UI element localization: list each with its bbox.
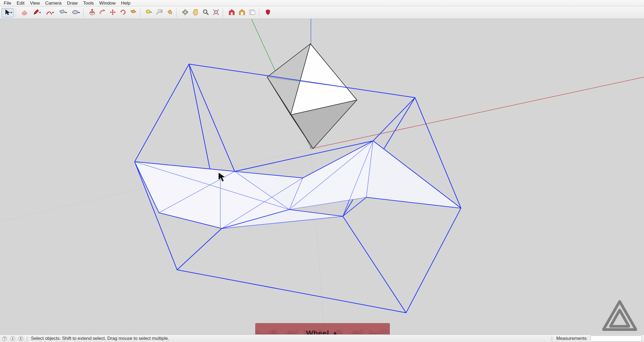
svg-point-0 [72, 10, 78, 14]
move-tool[interactable] [108, 8, 117, 17]
menu-bar: File Edit View Camera Draw Tools Window … [0, 0, 644, 6]
orbit-icon [182, 9, 189, 17]
extension-tool[interactable] [237, 8, 247, 17]
toolbar-sep [223, 8, 225, 17]
rotate-icon [119, 9, 127, 17]
toolbar-sep [83, 8, 85, 17]
offset-icon [130, 9, 137, 17]
model-canvas[interactable] [0, 19, 644, 334]
ruby-icon [264, 9, 271, 17]
circle-tool[interactable] [69, 8, 81, 17]
svg-point-4 [182, 11, 188, 13]
menu-window[interactable]: Window [97, 0, 118, 6]
eraser-icon [21, 9, 28, 17]
svg-text:A1: A1 [159, 9, 162, 12]
pushpull-icon [89, 9, 96, 17]
pencil-icon [33, 9, 40, 17]
rect-tool[interactable] [56, 8, 68, 17]
eraser-tool[interactable] [20, 8, 29, 17]
zoom-icon [202, 9, 209, 17]
viewport[interactable]: Wheel ▲ www.designerhacks.com [0, 19, 644, 334]
status-hint: Select objects. Shift to extend select. … [31, 336, 169, 341]
svg-rect-8 [231, 12, 233, 15]
zoomextents-icon [213, 9, 220, 17]
svg-rect-11 [251, 11, 255, 14]
offset-tool[interactable] [129, 8, 138, 17]
toolbar-sep [140, 8, 142, 17]
cursor-icon [4, 9, 11, 17]
svg-point-5 [184, 9, 187, 15]
warehouse-tool[interactable] [227, 8, 236, 17]
user-icon[interactable] [18, 336, 23, 341]
toolbar-sep [16, 8, 18, 17]
select-tool[interactable] [2, 8, 14, 17]
svg-rect-9 [241, 12, 243, 15]
layout-icon [249, 9, 256, 17]
measurements-label: Measurements [556, 336, 587, 341]
toolbar: A1 [0, 6, 644, 19]
text-icon: A1 [156, 9, 163, 17]
status-bar: ? i | Select objects. Shift to extend se… [0, 334, 644, 342]
rotate-tool[interactable] [118, 8, 128, 17]
ruby-tool[interactable] [263, 8, 273, 17]
watermark-logo [601, 299, 639, 332]
svg-point-7 [215, 11, 218, 14]
svg-point-1 [146, 10, 150, 13]
status-sep: | [551, 336, 552, 341]
menu-camera[interactable]: Camera [42, 0, 64, 6]
menu-tools[interactable]: Tools [80, 0, 97, 6]
tape-tool[interactable] [144, 8, 154, 17]
arc-tool[interactable] [43, 8, 55, 17]
toolbar-sep [259, 8, 261, 17]
paintbucket-icon [166, 9, 173, 17]
warehouse-icon [228, 9, 235, 17]
orbit-tool[interactable] [181, 8, 190, 17]
text-tool[interactable]: A1 [155, 8, 164, 17]
paint-tool[interactable] [165, 8, 174, 17]
circle-icon [72, 9, 79, 17]
followme-tool[interactable] [98, 8, 107, 17]
overlay-title: Wheel ▲ [306, 329, 339, 334]
pan-icon [192, 9, 199, 17]
help-icon[interactable]: ? [2, 336, 7, 341]
zoomextents-tool[interactable] [211, 8, 221, 17]
mid-surface[interactable] [135, 141, 461, 228]
menu-view[interactable]: View [27, 0, 43, 6]
menu-file[interactable]: File [1, 0, 14, 6]
info-icon[interactable]: i [10, 336, 15, 341]
measurements-input[interactable] [590, 336, 642, 341]
rect-icon [59, 9, 66, 17]
pan-tool[interactable] [191, 8, 200, 17]
arc-icon [46, 9, 53, 17]
menu-draw[interactable]: Draw [64, 0, 81, 6]
svg-line-12 [311, 77, 644, 149]
toolbar-sep [176, 8, 178, 17]
svg-point-6 [203, 10, 207, 13]
warehouse2-icon [238, 9, 245, 17]
svg-line-24 [177, 270, 406, 313]
pushpull-tool[interactable] [88, 8, 97, 17]
svg-point-43 [20, 337, 21, 338]
zoom-tool[interactable] [201, 8, 210, 17]
move-icon [109, 9, 116, 17]
line-tool[interactable] [30, 8, 42, 17]
menu-edit[interactable]: Edit [14, 0, 27, 6]
followme-icon [99, 9, 106, 17]
layout-tool[interactable] [248, 8, 257, 17]
tape-icon [145, 9, 152, 17]
status-sep: | [26, 336, 28, 341]
menu-help[interactable]: Help [118, 0, 133, 6]
hint-overlay: Wheel ▲ www.designerhacks.com [255, 323, 390, 334]
octahedron[interactable] [267, 44, 357, 149]
